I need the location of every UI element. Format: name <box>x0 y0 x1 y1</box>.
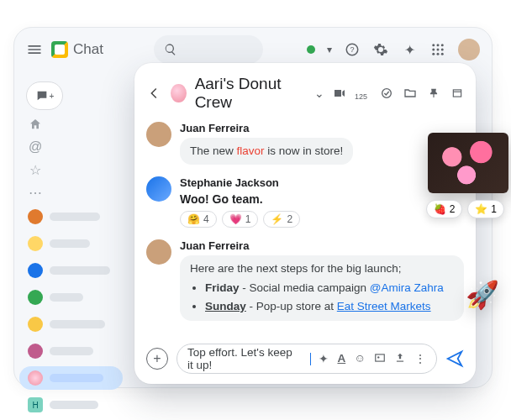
sender-name: Juan Ferreira <box>180 239 464 252</box>
sender-avatar[interactable] <box>146 176 171 202</box>
members-count: 125 <box>355 92 367 101</box>
sparkle-icon[interactable]: ✦ <box>401 41 418 58</box>
message-bubble: Here are the next steps for the big laun… <box>180 255 464 322</box>
sidebar-item[interactable] <box>19 312 123 336</box>
message: Juan Ferreira The new flavor is now in s… <box>146 122 464 165</box>
sidebar-item[interactable] <box>19 259 123 282</box>
space-title[interactable]: Aari's Donut Crew <box>195 75 304 112</box>
msg-highlight: flavor <box>237 144 265 157</box>
svg-point-4 <box>441 44 444 46</box>
reaction-count: 1 <box>245 213 251 225</box>
reaction-emoji: 🤗 <box>187 213 200 225</box>
more-icon[interactable]: ⋯ <box>28 185 43 200</box>
conversation-card: Aari's Donut Crew ⌄ 125 Juan Ferreira Th… <box>134 63 476 384</box>
reaction-emoji: 💗 <box>229 213 242 225</box>
svg-point-5 <box>432 49 435 51</box>
svg-point-6 <box>437 49 440 51</box>
space-menu-caret-icon[interactable]: ⌄ <box>314 87 324 100</box>
video-call-icon[interactable] <box>333 87 346 100</box>
send-button[interactable] <box>445 349 464 368</box>
floating-reactions: 🍓2 ⭐1 <box>426 200 504 218</box>
files-icon[interactable] <box>403 87 417 100</box>
message: Stephanie Jackson Woo! Go team. 🤗4 💗1 ⚡2 <box>146 176 464 228</box>
account-avatar[interactable] <box>458 39 480 60</box>
link[interactable]: Eat Street Markets <box>337 300 431 312</box>
message-text: Woo! Go team. <box>180 192 464 206</box>
rocket-emoji: 🚀 <box>466 279 499 311</box>
compose-input[interactable]: Top effort. Let's keep it up! ✦ A ☺ ⋮ <box>176 344 437 374</box>
sender-avatar[interactable] <box>146 122 171 147</box>
sender-avatar[interactable] <box>146 239 171 265</box>
reaction-emoji: 🍓 <box>434 203 446 215</box>
sender-name: Juan Ferreira <box>180 122 464 134</box>
format-icon[interactable]: A <box>337 352 345 365</box>
home-icon[interactable] <box>28 117 43 132</box>
text-caret <box>310 353 311 365</box>
apps-grid-icon[interactable] <box>429 41 446 58</box>
msg-text: is now in store! <box>265 144 344 157</box>
msg-text: - Social media campaign <box>240 281 370 294</box>
msg-text: Here are the next steps for the big laun… <box>190 262 401 275</box>
help-icon[interactable]: ? <box>344 41 361 58</box>
mention[interactable]: @Amira Zahra <box>370 281 444 294</box>
sidebar-item[interactable] <box>19 232 123 255</box>
status-caret-icon[interactable]: ▾ <box>327 44 332 55</box>
menu-icon[interactable] <box>26 41 43 58</box>
reaction-chip[interactable]: 💗1 <box>222 211 259 228</box>
search-input[interactable] <box>154 35 263 64</box>
sidebar-item-selected[interactable] <box>19 366 123 390</box>
members-icon[interactable]: 125 <box>356 87 370 100</box>
brand: Chat <box>51 41 103 58</box>
reaction-chip[interactable]: 🤗4 <box>180 211 217 228</box>
list-item: Sunday - Pop-up store at Eat Street Mark… <box>205 298 454 315</box>
conversation-header: Aari's Donut Crew ⌄ 125 <box>146 75 464 112</box>
emoji-icon[interactable]: ☺ <box>354 352 366 365</box>
add-attachment-button[interactable]: + <box>146 348 168 370</box>
svg-point-9 <box>437 53 440 55</box>
sparkle-icon[interactable]: ✦ <box>319 352 329 365</box>
donuts-photo <box>428 133 508 193</box>
starred-icon[interactable]: ☆ <box>28 162 43 177</box>
msg-text: - Pop-up store at <box>246 300 337 312</box>
day-label: Sunday <box>205 300 246 312</box>
reaction-emoji: ⚡ <box>271 213 283 225</box>
day-label: Friday <box>205 281 240 294</box>
chat-logo-icon <box>51 41 68 58</box>
pin-icon[interactable] <box>427 87 440 100</box>
window-icon[interactable] <box>450 87 464 100</box>
compose-tools: ✦ A ☺ ⋮ <box>319 352 426 365</box>
sidebar-item[interactable] <box>19 205 123 228</box>
svg-point-10 <box>441 53 444 55</box>
sidebar-item[interactable] <box>19 339 123 363</box>
svg-point-7 <box>441 49 444 51</box>
reactions-row: 🤗4 💗1 ⚡2 <box>180 211 464 228</box>
svg-point-3 <box>437 44 440 46</box>
image-icon[interactable] <box>374 352 386 365</box>
mentions-icon[interactable]: @ <box>28 139 43 155</box>
sidebar-item[interactable]: H <box>19 393 123 417</box>
svg-point-11 <box>382 89 392 98</box>
reaction-chip[interactable]: 🍓2 <box>426 200 463 218</box>
reaction-emoji: ⭐ <box>475 203 487 215</box>
sidebar-item[interactable] <box>19 286 123 309</box>
message: Juan Ferreira Here are the next steps fo… <box>146 239 464 322</box>
sender-name: Stephanie Jackson <box>180 176 464 189</box>
more-icon[interactable]: ⋮ <box>414 352 426 365</box>
brand-label: Chat <box>73 41 103 58</box>
header-actions: ▾ ? ✦ <box>307 39 480 60</box>
reaction-count: 2 <box>287 213 292 225</box>
upload-icon[interactable] <box>394 352 406 365</box>
msg-text: The new <box>190 144 237 157</box>
reaction-chip[interactable]: ⚡2 <box>263 211 300 228</box>
space-avatar[interactable] <box>171 84 187 102</box>
tasks-icon[interactable] <box>380 87 393 100</box>
status-active-icon[interactable] <box>307 45 315 54</box>
back-button[interactable] <box>146 84 162 102</box>
new-chat-button[interactable]: + <box>26 81 63 110</box>
svg-rect-12 <box>453 90 461 97</box>
svg-point-2 <box>432 44 435 46</box>
reaction-chip[interactable]: ⭐1 <box>467 200 504 218</box>
compose-value: Top effort. Let's keep it up! <box>187 346 301 371</box>
settings-icon[interactable] <box>372 41 389 58</box>
sidebar-list: H <box>19 205 123 420</box>
